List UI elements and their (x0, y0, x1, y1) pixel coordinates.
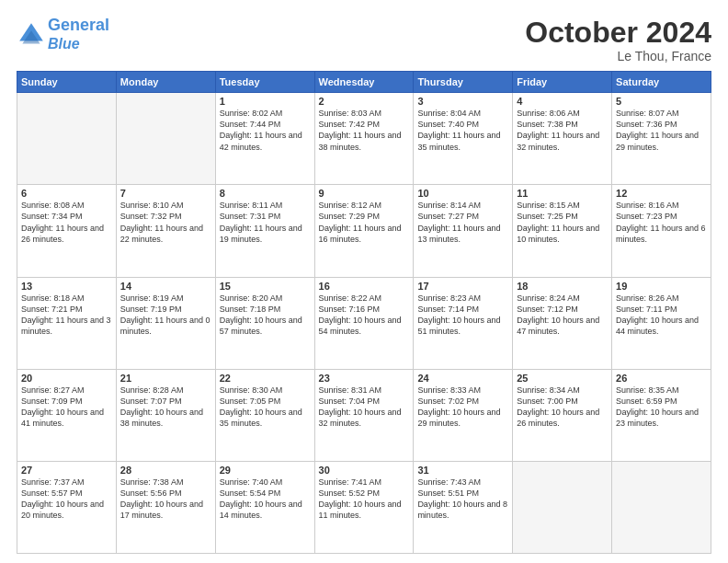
day-number: 4 (517, 96, 608, 107)
day-number: 12 (616, 188, 707, 199)
day-info: Sunrise: 7:40 AM Sunset: 5:54 PM Dayligh… (220, 477, 311, 522)
day-cell-8: 8Sunrise: 8:11 AM Sunset: 7:31 PM Daylig… (215, 185, 314, 277)
day-number: 24 (417, 373, 508, 384)
day-cell-25: 25Sunrise: 8:34 AM Sunset: 7:00 PM Dayli… (513, 369, 612, 461)
day-number: 3 (417, 96, 508, 107)
day-info: Sunrise: 8:12 AM Sunset: 7:29 PM Dayligh… (319, 200, 410, 245)
day-cell-31: 31Sunrise: 7:43 AM Sunset: 5:51 PM Dayli… (414, 461, 513, 553)
day-number: 18 (517, 281, 608, 292)
day-info: Sunrise: 8:03 AM Sunset: 7:42 PM Dayligh… (319, 108, 410, 153)
day-cell-1: 1Sunrise: 8:02 AM Sunset: 7:44 PM Daylig… (215, 93, 314, 185)
day-cell-24: 24Sunrise: 8:33 AM Sunset: 7:02 PM Dayli… (414, 369, 513, 461)
day-cell-5: 5Sunrise: 8:07 AM Sunset: 7:36 PM Daylig… (612, 93, 711, 185)
logo-text: General Blue (48, 17, 109, 53)
day-info: Sunrise: 8:15 AM Sunset: 7:25 PM Dayligh… (517, 200, 608, 245)
day-number: 7 (120, 188, 211, 199)
day-info: Sunrise: 8:06 AM Sunset: 7:38 PM Dayligh… (517, 108, 608, 153)
day-cell-15: 15Sunrise: 8:20 AM Sunset: 7:18 PM Dayli… (215, 277, 314, 369)
weekday-header-row: SundayMondayTuesdayWednesdayThursdayFrid… (17, 72, 711, 93)
day-number: 11 (517, 188, 608, 199)
logo-icon (17, 20, 46, 50)
day-cell-18: 18Sunrise: 8:24 AM Sunset: 7:12 PM Dayli… (513, 277, 612, 369)
day-cell-2: 2Sunrise: 8:03 AM Sunset: 7:42 PM Daylig… (314, 93, 414, 185)
day-cell-9: 9Sunrise: 8:12 AM Sunset: 7:29 PM Daylig… (314, 185, 414, 277)
day-number: 31 (417, 465, 508, 476)
empty-cell (116, 93, 215, 185)
weekday-header-wednesday: Wednesday (314, 72, 414, 93)
day-cell-7: 7Sunrise: 8:10 AM Sunset: 7:32 PM Daylig… (116, 185, 215, 277)
day-info: Sunrise: 8:27 AM Sunset: 7:09 PM Dayligh… (21, 385, 112, 430)
day-cell-3: 3Sunrise: 8:04 AM Sunset: 7:40 PM Daylig… (414, 93, 513, 185)
day-cell-4: 4Sunrise: 8:06 AM Sunset: 7:38 PM Daylig… (513, 93, 612, 185)
day-number: 14 (120, 281, 211, 292)
day-cell-12: 12Sunrise: 8:16 AM Sunset: 7:23 PM Dayli… (612, 185, 711, 277)
day-number: 23 (319, 373, 410, 384)
day-number: 1 (220, 96, 311, 107)
day-info: Sunrise: 8:30 AM Sunset: 7:05 PM Dayligh… (220, 385, 311, 430)
weekday-header-thursday: Thursday (414, 72, 513, 93)
day-number: 21 (120, 373, 211, 384)
day-cell-19: 19Sunrise: 8:26 AM Sunset: 7:11 PM Dayli… (612, 277, 711, 369)
day-number: 5 (616, 96, 707, 107)
day-info: Sunrise: 8:28 AM Sunset: 7:07 PM Dayligh… (120, 385, 211, 430)
day-cell-10: 10Sunrise: 8:14 AM Sunset: 7:27 PM Dayli… (414, 185, 513, 277)
day-number: 8 (220, 188, 311, 199)
weekday-header-saturday: Saturday (612, 72, 711, 93)
day-cell-28: 28Sunrise: 7:38 AM Sunset: 5:56 PM Dayli… (116, 461, 215, 553)
day-number: 28 (120, 465, 211, 476)
header: General Blue October 2024 Le Thou, Franc… (17, 17, 711, 63)
day-info: Sunrise: 8:18 AM Sunset: 7:21 PM Dayligh… (21, 293, 112, 338)
weekday-header-monday: Monday (116, 72, 215, 93)
day-info: Sunrise: 7:37 AM Sunset: 5:57 PM Dayligh… (21, 477, 112, 522)
day-number: 25 (517, 373, 608, 384)
day-info: Sunrise: 8:07 AM Sunset: 7:36 PM Dayligh… (616, 108, 707, 153)
day-cell-16: 16Sunrise: 8:22 AM Sunset: 7:16 PM Dayli… (314, 277, 414, 369)
day-cell-21: 21Sunrise: 8:28 AM Sunset: 7:07 PM Dayli… (116, 369, 215, 461)
week-row-5: 27Sunrise: 7:37 AM Sunset: 5:57 PM Dayli… (17, 461, 711, 553)
day-cell-30: 30Sunrise: 7:41 AM Sunset: 5:52 PM Dayli… (314, 461, 414, 553)
day-cell-13: 13Sunrise: 8:18 AM Sunset: 7:21 PM Dayli… (17, 277, 117, 369)
logo-line1: General (48, 16, 109, 34)
day-number: 13 (21, 281, 112, 292)
day-number: 10 (417, 188, 508, 199)
day-info: Sunrise: 7:43 AM Sunset: 5:51 PM Dayligh… (417, 477, 508, 522)
day-cell-27: 27Sunrise: 7:37 AM Sunset: 5:57 PM Dayli… (17, 461, 117, 553)
week-row-2: 6Sunrise: 8:08 AM Sunset: 7:34 PM Daylig… (17, 185, 711, 277)
day-info: Sunrise: 8:14 AM Sunset: 7:27 PM Dayligh… (417, 200, 508, 245)
day-info: Sunrise: 8:08 AM Sunset: 7:34 PM Dayligh… (21, 200, 112, 245)
day-cell-26: 26Sunrise: 8:35 AM Sunset: 6:59 PM Dayli… (612, 369, 711, 461)
day-cell-20: 20Sunrise: 8:27 AM Sunset: 7:09 PM Dayli… (17, 369, 117, 461)
weekday-header-friday: Friday (513, 72, 612, 93)
day-number: 9 (319, 188, 410, 199)
day-number: 19 (616, 281, 707, 292)
logo: General Blue (17, 17, 109, 53)
empty-cell (17, 93, 117, 185)
day-info: Sunrise: 8:23 AM Sunset: 7:14 PM Dayligh… (417, 293, 508, 338)
day-number: 17 (417, 281, 508, 292)
calendar-table: SundayMondayTuesdayWednesdayThursdayFrid… (17, 71, 711, 554)
week-row-3: 13Sunrise: 8:18 AM Sunset: 7:21 PM Dayli… (17, 277, 711, 369)
day-cell-14: 14Sunrise: 8:19 AM Sunset: 7:19 PM Dayli… (116, 277, 215, 369)
day-number: 29 (220, 465, 311, 476)
title-block: October 2024 Le Thou, France (525, 17, 711, 63)
day-info: Sunrise: 8:16 AM Sunset: 7:23 PM Dayligh… (616, 200, 707, 245)
day-info: Sunrise: 8:26 AM Sunset: 7:11 PM Dayligh… (616, 293, 707, 338)
day-info: Sunrise: 8:34 AM Sunset: 7:00 PM Dayligh… (517, 385, 608, 430)
day-info: Sunrise: 7:41 AM Sunset: 5:52 PM Dayligh… (319, 477, 410, 522)
weekday-header-sunday: Sunday (17, 72, 117, 93)
day-number: 6 (21, 188, 112, 199)
day-cell-23: 23Sunrise: 8:31 AM Sunset: 7:04 PM Dayli… (314, 369, 414, 461)
day-info: Sunrise: 8:22 AM Sunset: 7:16 PM Dayligh… (319, 293, 410, 338)
weekday-header-tuesday: Tuesday (215, 72, 314, 93)
day-number: 20 (21, 373, 112, 384)
day-number: 26 (616, 373, 707, 384)
day-number: 27 (21, 465, 112, 476)
day-cell-22: 22Sunrise: 8:30 AM Sunset: 7:05 PM Dayli… (215, 369, 314, 461)
day-cell-6: 6Sunrise: 8:08 AM Sunset: 7:34 PM Daylig… (17, 185, 117, 277)
day-number: 22 (220, 373, 311, 384)
day-info: Sunrise: 8:19 AM Sunset: 7:19 PM Dayligh… (120, 293, 211, 338)
logo-line2: Blue (48, 36, 80, 52)
day-number: 15 (220, 281, 311, 292)
day-info: Sunrise: 8:31 AM Sunset: 7:04 PM Dayligh… (319, 385, 410, 430)
day-number: 2 (319, 96, 410, 107)
